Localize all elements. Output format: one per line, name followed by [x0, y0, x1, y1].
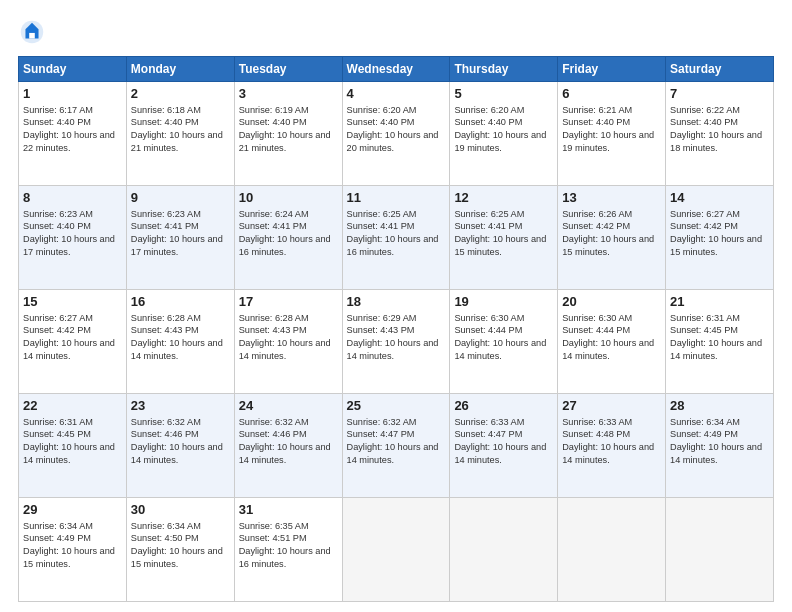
day-number: 31: [239, 501, 338, 519]
day-header: Sunday: [19, 57, 127, 82]
calendar-week-row: 8Sunrise: 6:23 AM Sunset: 4:40 PM Daylig…: [19, 186, 774, 290]
cell-info: Sunrise: 6:28 AM Sunset: 4:43 PM Dayligh…: [131, 313, 223, 361]
calendar-cell: 25Sunrise: 6:32 AM Sunset: 4:47 PM Dayli…: [342, 394, 450, 498]
cell-info: Sunrise: 6:33 AM Sunset: 4:47 PM Dayligh…: [454, 417, 546, 465]
day-number: 3: [239, 85, 338, 103]
calendar-cell: 14Sunrise: 6:27 AM Sunset: 4:42 PM Dayli…: [666, 186, 774, 290]
cell-info: Sunrise: 6:24 AM Sunset: 4:41 PM Dayligh…: [239, 209, 331, 257]
day-header: Tuesday: [234, 57, 342, 82]
day-header: Monday: [126, 57, 234, 82]
calendar-cell: 15Sunrise: 6:27 AM Sunset: 4:42 PM Dayli…: [19, 290, 127, 394]
cell-info: Sunrise: 6:30 AM Sunset: 4:44 PM Dayligh…: [454, 313, 546, 361]
day-number: 13: [562, 189, 661, 207]
day-number: 17: [239, 293, 338, 311]
cell-info: Sunrise: 6:32 AM Sunset: 4:46 PM Dayligh…: [131, 417, 223, 465]
day-number: 18: [347, 293, 446, 311]
calendar-cell: 24Sunrise: 6:32 AM Sunset: 4:46 PM Dayli…: [234, 394, 342, 498]
calendar-cell: [450, 498, 558, 602]
day-number: 4: [347, 85, 446, 103]
cell-info: Sunrise: 6:34 AM Sunset: 4:49 PM Dayligh…: [23, 521, 115, 569]
calendar-cell: 17Sunrise: 6:28 AM Sunset: 4:43 PM Dayli…: [234, 290, 342, 394]
calendar-cell: [666, 498, 774, 602]
day-number: 9: [131, 189, 230, 207]
calendar-cell: 9Sunrise: 6:23 AM Sunset: 4:41 PM Daylig…: [126, 186, 234, 290]
calendar-cell: 19Sunrise: 6:30 AM Sunset: 4:44 PM Dayli…: [450, 290, 558, 394]
calendar-cell: [342, 498, 450, 602]
day-number: 10: [239, 189, 338, 207]
calendar-cell: 30Sunrise: 6:34 AM Sunset: 4:50 PM Dayli…: [126, 498, 234, 602]
day-number: 5: [454, 85, 553, 103]
calendar-cell: 8Sunrise: 6:23 AM Sunset: 4:40 PM Daylig…: [19, 186, 127, 290]
cell-info: Sunrise: 6:23 AM Sunset: 4:41 PM Dayligh…: [131, 209, 223, 257]
day-number: 21: [670, 293, 769, 311]
cell-info: Sunrise: 6:27 AM Sunset: 4:42 PM Dayligh…: [23, 313, 115, 361]
calendar-cell: 29Sunrise: 6:34 AM Sunset: 4:49 PM Dayli…: [19, 498, 127, 602]
calendar-cell: 27Sunrise: 6:33 AM Sunset: 4:48 PM Dayli…: [558, 394, 666, 498]
calendar-cell: 11Sunrise: 6:25 AM Sunset: 4:41 PM Dayli…: [342, 186, 450, 290]
calendar-week-row: 1Sunrise: 6:17 AM Sunset: 4:40 PM Daylig…: [19, 82, 774, 186]
cell-info: Sunrise: 6:31 AM Sunset: 4:45 PM Dayligh…: [670, 313, 762, 361]
calendar-cell: [558, 498, 666, 602]
cell-info: Sunrise: 6:28 AM Sunset: 4:43 PM Dayligh…: [239, 313, 331, 361]
day-number: 2: [131, 85, 230, 103]
cell-info: Sunrise: 6:23 AM Sunset: 4:40 PM Dayligh…: [23, 209, 115, 257]
cell-info: Sunrise: 6:34 AM Sunset: 4:50 PM Dayligh…: [131, 521, 223, 569]
day-number: 25: [347, 397, 446, 415]
calendar-body: 1Sunrise: 6:17 AM Sunset: 4:40 PM Daylig…: [19, 82, 774, 602]
cell-info: Sunrise: 6:20 AM Sunset: 4:40 PM Dayligh…: [347, 105, 439, 153]
day-number: 24: [239, 397, 338, 415]
day-header: Wednesday: [342, 57, 450, 82]
day-number: 20: [562, 293, 661, 311]
cell-info: Sunrise: 6:18 AM Sunset: 4:40 PM Dayligh…: [131, 105, 223, 153]
calendar-cell: 3Sunrise: 6:19 AM Sunset: 4:40 PM Daylig…: [234, 82, 342, 186]
calendar-week-row: 15Sunrise: 6:27 AM Sunset: 4:42 PM Dayli…: [19, 290, 774, 394]
calendar-cell: 12Sunrise: 6:25 AM Sunset: 4:41 PM Dayli…: [450, 186, 558, 290]
day-number: 6: [562, 85, 661, 103]
calendar-cell: 6Sunrise: 6:21 AM Sunset: 4:40 PM Daylig…: [558, 82, 666, 186]
cell-info: Sunrise: 6:30 AM Sunset: 4:44 PM Dayligh…: [562, 313, 654, 361]
cell-info: Sunrise: 6:29 AM Sunset: 4:43 PM Dayligh…: [347, 313, 439, 361]
calendar-cell: 2Sunrise: 6:18 AM Sunset: 4:40 PM Daylig…: [126, 82, 234, 186]
cell-info: Sunrise: 6:19 AM Sunset: 4:40 PM Dayligh…: [239, 105, 331, 153]
day-number: 12: [454, 189, 553, 207]
day-header: Friday: [558, 57, 666, 82]
calendar-cell: 1Sunrise: 6:17 AM Sunset: 4:40 PM Daylig…: [19, 82, 127, 186]
day-number: 8: [23, 189, 122, 207]
day-number: 28: [670, 397, 769, 415]
cell-info: Sunrise: 6:35 AM Sunset: 4:51 PM Dayligh…: [239, 521, 331, 569]
cell-info: Sunrise: 6:25 AM Sunset: 4:41 PM Dayligh…: [454, 209, 546, 257]
day-number: 7: [670, 85, 769, 103]
cell-info: Sunrise: 6:22 AM Sunset: 4:40 PM Dayligh…: [670, 105, 762, 153]
logo: [18, 18, 50, 46]
day-number: 29: [23, 501, 122, 519]
page: SundayMondayTuesdayWednesdayThursdayFrid…: [0, 0, 792, 612]
calendar-cell: 23Sunrise: 6:32 AM Sunset: 4:46 PM Dayli…: [126, 394, 234, 498]
day-header: Thursday: [450, 57, 558, 82]
day-number: 11: [347, 189, 446, 207]
calendar-cell: 20Sunrise: 6:30 AM Sunset: 4:44 PM Dayli…: [558, 290, 666, 394]
calendar-cell: 13Sunrise: 6:26 AM Sunset: 4:42 PM Dayli…: [558, 186, 666, 290]
cell-info: Sunrise: 6:32 AM Sunset: 4:46 PM Dayligh…: [239, 417, 331, 465]
calendar-cell: 31Sunrise: 6:35 AM Sunset: 4:51 PM Dayli…: [234, 498, 342, 602]
cell-info: Sunrise: 6:32 AM Sunset: 4:47 PM Dayligh…: [347, 417, 439, 465]
cell-info: Sunrise: 6:31 AM Sunset: 4:45 PM Dayligh…: [23, 417, 115, 465]
cell-info: Sunrise: 6:27 AM Sunset: 4:42 PM Dayligh…: [670, 209, 762, 257]
calendar-cell: 4Sunrise: 6:20 AM Sunset: 4:40 PM Daylig…: [342, 82, 450, 186]
day-number: 16: [131, 293, 230, 311]
calendar-cell: 18Sunrise: 6:29 AM Sunset: 4:43 PM Dayli…: [342, 290, 450, 394]
day-number: 1: [23, 85, 122, 103]
cell-info: Sunrise: 6:25 AM Sunset: 4:41 PM Dayligh…: [347, 209, 439, 257]
day-number: 23: [131, 397, 230, 415]
day-number: 22: [23, 397, 122, 415]
day-number: 27: [562, 397, 661, 415]
day-number: 14: [670, 189, 769, 207]
cell-info: Sunrise: 6:34 AM Sunset: 4:49 PM Dayligh…: [670, 417, 762, 465]
calendar-cell: 22Sunrise: 6:31 AM Sunset: 4:45 PM Dayli…: [19, 394, 127, 498]
calendar-table: SundayMondayTuesdayWednesdayThursdayFrid…: [18, 56, 774, 602]
day-number: 15: [23, 293, 122, 311]
calendar-cell: 28Sunrise: 6:34 AM Sunset: 4:49 PM Dayli…: [666, 394, 774, 498]
cell-info: Sunrise: 6:33 AM Sunset: 4:48 PM Dayligh…: [562, 417, 654, 465]
header: [18, 18, 774, 46]
calendar-cell: 5Sunrise: 6:20 AM Sunset: 4:40 PM Daylig…: [450, 82, 558, 186]
cell-info: Sunrise: 6:20 AM Sunset: 4:40 PM Dayligh…: [454, 105, 546, 153]
